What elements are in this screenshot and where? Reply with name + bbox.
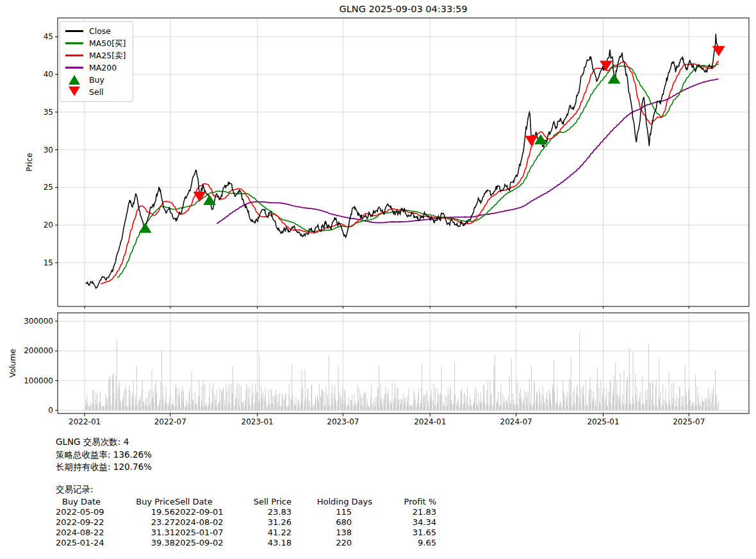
volume-ytick-label: 100000	[24, 376, 53, 385]
cell-sell-date: 2025-01-07	[175, 527, 242, 537]
x-tick-label: 2025-01	[587, 417, 619, 426]
stat-trade-count: GLNG 交易次数: 4	[56, 436, 152, 449]
ma50-line	[117, 63, 719, 278]
buy-triangle-icon	[65, 75, 83, 85]
cell-sell-price: 31.26	[242, 517, 292, 527]
cell-holding-days: 220	[292, 537, 382, 547]
cell-sell-price: 41.22	[242, 527, 292, 537]
legend-label-sell: Sell	[89, 86, 104, 98]
price-ytick-label: 35	[44, 108, 53, 117]
stat-strategy-return: 策略总收益率: 136.26%	[56, 449, 152, 462]
col-header-sell-date: Sell Date	[175, 496, 242, 506]
stat-buyhold-return: 长期持有收益: 120.76%	[56, 461, 152, 474]
trade-table-header-row: Buy Date Buy Price Sell Date Sell Price …	[56, 496, 436, 506]
col-header-buy-date: Buy Date	[56, 496, 126, 506]
trade-table: Buy Date Buy Price Sell Date Sell Price …	[56, 496, 436, 547]
cell-sell-date: 2025-09-02	[175, 537, 242, 547]
cell-buy-date: 2024-08-22	[56, 527, 126, 537]
col-header-buy-price: Buy Price	[126, 496, 175, 506]
cell-holding-days: 680	[292, 517, 382, 527]
legend-item-sell: Sell	[65, 86, 126, 98]
volume-axis-ylabel: Volume	[8, 349, 17, 378]
chart-page: GLNG 2025-09-03 04:33:59 152025303540450…	[0, 0, 756, 559]
trade-row: 2025-01-24 39.38 2025-09-02 43.18 220 9.…	[56, 537, 436, 547]
cell-holding-days: 138	[292, 527, 382, 537]
price-ytick-label: 30	[44, 146, 53, 154]
ma200-line	[217, 79, 719, 223]
legend-item-ma200: MA200	[65, 62, 126, 74]
cell-buy-price: 23.27	[126, 517, 175, 527]
legend-item-ma25: MA25[卖]	[65, 49, 126, 62]
price-ytick-label: 25	[44, 183, 53, 192]
x-tick-label: 2023-07	[327, 417, 359, 426]
price-axis-frame	[58, 18, 749, 306]
ma25-line-swatch	[65, 54, 83, 56]
close-line	[86, 34, 719, 288]
legend-item-buy: Buy	[65, 74, 126, 86]
sell-marker	[525, 136, 538, 146]
cell-buy-date: 2022-09-22	[56, 517, 126, 527]
cell-profit-pct: 31.65	[382, 527, 436, 537]
col-header-sell-price: Sell Price	[242, 496, 292, 506]
x-tick-label: 2023-01	[242, 417, 274, 426]
legend-label-ma50: MA50[买]	[89, 37, 126, 49]
cell-profit-pct: 9.65	[382, 537, 436, 547]
cell-profit-pct: 34.34	[382, 517, 436, 527]
legend-label-buy: Buy	[89, 74, 104, 86]
close-line-swatch	[65, 30, 83, 32]
price-ytick-label: 15	[44, 258, 53, 267]
cell-profit-pct: 21.83	[382, 506, 436, 517]
legend: Close MA50[买] MA25[卖] MA200 Buy Sell	[60, 21, 133, 102]
ma200-line-swatch	[65, 67, 83, 69]
sell-triangle-icon	[65, 88, 83, 96]
cell-buy-date: 2022-05-09	[56, 506, 126, 517]
cell-holding-days: 115	[292, 506, 382, 517]
cell-buy-price: 39.38	[126, 537, 175, 547]
x-tick-label: 2025-07	[673, 417, 705, 426]
buy-marker	[608, 73, 621, 83]
x-tick-label: 2022-07	[154, 417, 186, 426]
legend-label-ma25: MA25[卖]	[89, 49, 126, 62]
legend-item-ma50: MA50[买]	[65, 37, 126, 49]
legend-label-close: Close	[89, 25, 111, 37]
trade-records: 交易记录: Buy Date Buy Price Sell Date Sell …	[56, 484, 436, 547]
trade-row: 2022-05-09 19.56 2022-09-01 23.83 115 21…	[56, 506, 436, 517]
cell-buy-price: 31.31	[126, 527, 175, 537]
price-ytick-label: 40	[44, 70, 53, 79]
cell-buy-date: 2025-01-24	[56, 537, 126, 547]
strategy-stats: GLNG 交易次数: 4 策略总收益率: 136.26% 长期持有收益: 120…	[56, 436, 152, 474]
price-ytick-label: 20	[44, 221, 53, 229]
legend-item-close: Close	[65, 25, 126, 37]
ma50-line-swatch	[65, 42, 83, 44]
cell-sell-price: 43.18	[242, 537, 292, 547]
cell-sell-date: 2022-09-01	[175, 506, 242, 517]
x-tick-label: 2024-01	[414, 417, 446, 426]
ma25-line	[101, 61, 718, 284]
volume-ytick-label: 0	[48, 406, 53, 415]
price-axis-ylabel: Price	[25, 153, 34, 171]
volume-bars	[86, 333, 719, 411]
col-header-profit-pct: Profit %	[382, 496, 436, 506]
buy-marker	[139, 222, 152, 233]
x-tick-label: 2024-07	[500, 417, 532, 426]
cell-buy-price: 19.56	[126, 506, 175, 517]
price-ytick-label: 45	[44, 32, 53, 41]
trade-row: 2022-09-22 23.27 2024-08-02 31.26 680 34…	[56, 517, 436, 527]
col-header-holding-days: Holding Days	[292, 496, 382, 506]
volume-ytick-label: 300000	[24, 317, 53, 326]
trade-records-title: 交易记录:	[56, 484, 436, 496]
x-tick-label: 2022-01	[69, 417, 101, 426]
cell-sell-date: 2024-08-02	[175, 517, 242, 527]
cell-sell-price: 23.83	[242, 506, 292, 517]
trade-row: 2024-08-22 31.31 2025-01-07 41.22 138 31…	[56, 527, 436, 537]
volume-ytick-label: 200000	[24, 346, 53, 355]
legend-label-ma200: MA200	[89, 62, 117, 74]
